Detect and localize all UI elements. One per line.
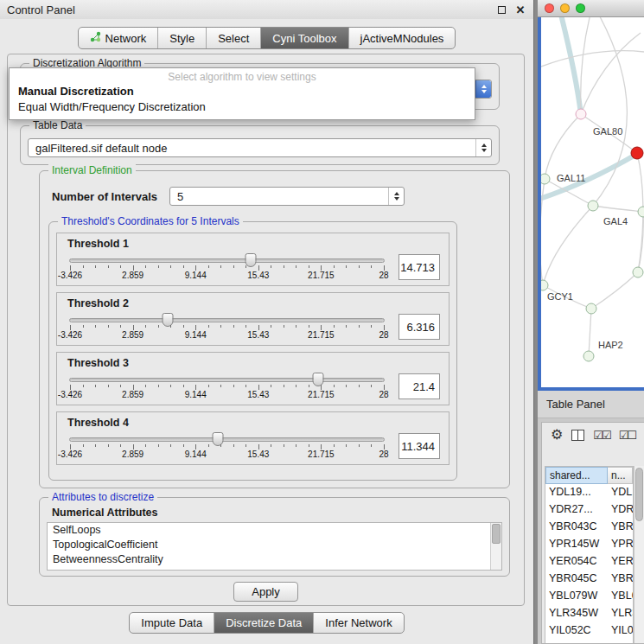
cell[interactable]: YER0 [608, 553, 633, 571]
threshold-1-slider[interactable]: -3.4262.8599.14415.4321.71528 [67, 252, 386, 283]
table-row[interactable]: YLR345WYLR3 [545, 605, 633, 622]
combo-stepper-icon[interactable] [388, 188, 404, 205]
tick-mark [284, 265, 284, 268]
slider-track[interactable] [69, 437, 385, 442]
scale-label: 2.859 [122, 450, 143, 459]
list-item[interactable]: TopologicalCoefficient [48, 538, 501, 552]
table-row[interactable]: YPR145WYPR1 [545, 536, 633, 553]
cell[interactable]: YBR043C [545, 519, 608, 536]
threshold-3-slider[interactable]: -3.4262.8599.14415.4321.71528 [67, 371, 386, 402]
table-data-combobox[interactable]: galFiltered.sif default node [28, 138, 492, 157]
tab-jactivemnodules[interactable]: jActiveMNodules [349, 28, 456, 48]
tab-select[interactable]: Select [207, 28, 261, 48]
tick-mark [108, 265, 109, 268]
cell[interactable]: YBR0 [608, 519, 633, 536]
list-scrollbar[interactable] [490, 523, 501, 570]
list-item[interactable]: SelfLoops [48, 523, 501, 538]
table-row[interactable]: YDR27...YDR2 [545, 501, 633, 519]
cell[interactable]: YBR045C [545, 571, 608, 588]
dropdown-placeholder: Select algorithm to view settings [10, 70, 475, 84]
tab-label: Cyni Toolbox [272, 32, 336, 45]
cell[interactable]: YIL052C [545, 622, 608, 640]
minimize-traffic-light-icon[interactable] [560, 3, 570, 13]
gear-icon[interactable]: ⚙ [551, 428, 563, 442]
tick-mark [233, 325, 234, 328]
scrollbar-thumb[interactable] [492, 524, 501, 544]
network-node[interactable] [586, 303, 597, 315]
cell[interactable]: YBR0 [608, 571, 633, 588]
scrollbar-thumb[interactable] [635, 468, 643, 521]
network-node[interactable] [638, 207, 644, 218]
slider-track[interactable] [69, 318, 385, 322]
columns-icon[interactable] [571, 430, 584, 441]
tab-infer-network[interactable]: Infer Network [314, 613, 403, 633]
network-node[interactable] [583, 351, 595, 362]
cell[interactable]: YDR27... [545, 501, 608, 519]
table-row[interactable]: YBL079WYBL0 [545, 588, 633, 605]
table-row[interactable]: YBR043CYBR0 [545, 519, 633, 536]
tab-style[interactable]: Style [158, 28, 207, 48]
network-node[interactable] [588, 201, 599, 212]
tab-network[interactable]: Network [79, 28, 159, 48]
table-row[interactable]: YBR045CYBR0 [545, 571, 633, 588]
table-row[interactable]: YIL052CYIL0 [545, 622, 633, 640]
threshold-value-field[interactable]: 11.344 [399, 433, 440, 459]
slider-track[interactable] [69, 378, 385, 382]
cell[interactable]: YDL1 [608, 484, 633, 501]
table-row[interactable]: YDL19...YDL1 [545, 484, 633, 501]
tick-mark [271, 265, 271, 268]
cell[interactable]: YER054C [545, 553, 608, 571]
select-some-checkboxes-icon[interactable]: ☑☐ [619, 429, 635, 442]
scale-label: 2.859 [122, 330, 143, 340]
cell[interactable]: YPR1 [608, 536, 633, 553]
scale-label: 9.144 [185, 450, 207, 459]
network-canvas[interactable]: GAL80GAL11GAL4GCY1HAP2 [541, 17, 644, 387]
scale-label: 2.859 [122, 390, 143, 399]
tick-mark [334, 265, 335, 268]
cell[interactable]: YLR3 [608, 605, 633, 622]
close-icon[interactable]: ✕ [514, 3, 526, 16]
cell[interactable]: YBL079W [545, 588, 608, 605]
dropdown-option-manual-discretization[interactable]: Manual Discretization [10, 84, 475, 99]
scale-label: 28 [379, 390, 388, 399]
numerical-attributes-list[interactable]: SelfLoops TopologicalCoefficient Between… [47, 522, 502, 571]
select-all-checkboxes-icon[interactable]: ☑☑ [593, 429, 609, 442]
column-header-shared-name[interactable]: shared... [545, 467, 608, 484]
cell[interactable]: YPR145W [545, 536, 608, 553]
threshold-2-slider[interactable]: -3.4262.8599.14415.4321.71528 [67, 311, 386, 342]
list-item[interactable]: BetweennessCentrality [48, 552, 501, 567]
threshold-4-slider[interactable]: -3.4262.8599.14415.4321.71528 [67, 430, 386, 462]
dropdown-option-equal-width-frequency[interactable]: Equal Width/Frequency Discretization [10, 99, 475, 115]
threshold-value-field[interactable]: 21.4 [399, 373, 440, 399]
network-node[interactable] [576, 109, 587, 120]
tick-mark [359, 444, 360, 447]
tick-mark [284, 385, 284, 387]
network-node[interactable] [633, 267, 644, 278]
cell[interactable]: YDL19... [545, 484, 608, 501]
network-node[interactable] [538, 280, 549, 291]
zoom-traffic-light-icon[interactable] [576, 3, 585, 13]
tick-mark [284, 325, 284, 328]
cell[interactable]: YIL0 [608, 622, 633, 640]
tab-cyni-toolbox[interactable]: Cyni Toolbox [261, 28, 348, 48]
cell[interactable]: YBL0 [608, 588, 633, 605]
tab-impute-data[interactable]: Impute Data [130, 613, 214, 633]
cell[interactable]: YLR345W [545, 605, 608, 622]
tab-discretize-data[interactable]: Discretize Data [214, 613, 314, 633]
apply-button[interactable]: Apply [233, 582, 298, 602]
close-traffic-light-icon[interactable] [545, 3, 554, 13]
tick-mark [296, 325, 296, 328]
network-node[interactable] [539, 174, 551, 185]
threshold-value-field[interactable]: 6.316 [399, 314, 440, 340]
network-node[interactable] [631, 147, 644, 160]
number-of-intervals-combobox[interactable]: 5 [169, 187, 405, 206]
threshold-value-field[interactable]: 14.713 [399, 254, 440, 280]
combo-stepper-icon[interactable] [475, 139, 491, 156]
slider-track[interactable] [69, 258, 385, 263]
cell[interactable]: YDR2 [608, 501, 633, 519]
table-scrollbar[interactable] [634, 466, 644, 643]
float-window-icon[interactable] [495, 3, 507, 16]
table-row[interactable]: YER054CYER0 [545, 553, 633, 571]
column-header-name[interactable]: n... [608, 467, 633, 484]
combo-stepper-icon[interactable] [475, 80, 491, 98]
